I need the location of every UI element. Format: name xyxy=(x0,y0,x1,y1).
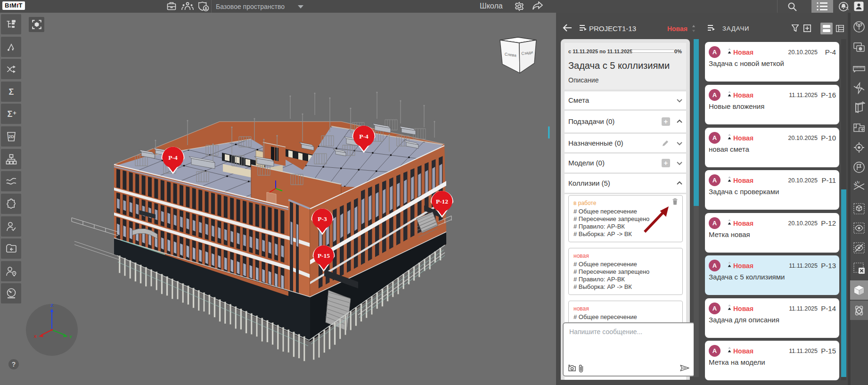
svg-text:Σ: Σ xyxy=(7,109,12,119)
svg-text:P-4: P-4 xyxy=(168,154,178,161)
svg-text:Y: Y xyxy=(69,335,72,339)
svg-text:2: 2 xyxy=(858,181,860,184)
svg-text:X: X xyxy=(34,334,37,339)
svg-text:P-12: P-12 xyxy=(436,198,448,205)
svg-text:Σ: Σ xyxy=(8,87,14,97)
svg-text:2D: 2D xyxy=(8,134,14,139)
svg-text:P-4: P-4 xyxy=(359,133,368,140)
svg-text:+: + xyxy=(13,109,16,116)
svg-text:Z: Z xyxy=(50,303,53,308)
svg-text:P-15: P-15 xyxy=(318,252,330,259)
svg-text:P-3: P-3 xyxy=(318,215,327,222)
